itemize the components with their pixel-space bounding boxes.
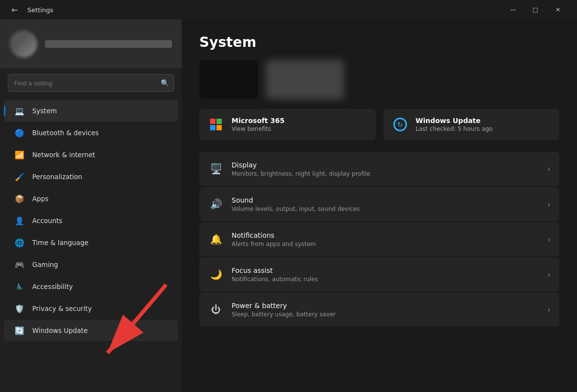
- settings-item-power_battery[interactable]: ⏻Power & batterySleep, battery usage, ba…: [199, 292, 559, 327]
- notifications-icon: 🔔: [208, 231, 224, 247]
- sidebar-search[interactable]: 🔍: [8, 74, 174, 92]
- sidebar-item-gaming[interactable]: 🎮Gaming: [4, 254, 178, 275]
- power_battery-icon: ⏻: [208, 302, 224, 317]
- display-text: DisplayMonitors, brightness, night light…: [232, 161, 540, 177]
- sidebar-item-apps[interactable]: 📦Apps: [4, 188, 178, 209]
- maximize-button[interactable]: □: [524, 2, 547, 18]
- focus_assist-icon: 🌙: [208, 267, 224, 282]
- sidebar-item-label-accounts: Accounts: [32, 217, 63, 225]
- sidebar-item-label-bluetooth: Bluetooth & devices: [32, 129, 99, 137]
- close-button[interactable]: ✕: [547, 2, 569, 18]
- window-controls: — □ ✕: [502, 2, 569, 18]
- windows-update-card[interactable]: ↻ Windows Update Last checked: 5 hours a…: [384, 109, 560, 140]
- time-icon: 🌐: [14, 237, 25, 248]
- main-content: System Microsoft 365 View benef: [182, 20, 577, 392]
- user-card-blurred: [266, 60, 344, 99]
- notifications-subtitle: Alerts from apps and system: [232, 241, 540, 248]
- windows-update-text: Windows Update Last checked: 5 hours ago: [416, 117, 493, 132]
- accounts-icon: 👤: [14, 215, 25, 227]
- microsoft365-text: Microsoft 365 View benefits: [232, 117, 284, 132]
- display-subtitle: Monitors, brightness, night light, displ…: [232, 170, 540, 177]
- sidebar: 🔍 💻System🔵Bluetooth & devices📶Network & …: [0, 20, 182, 392]
- accessibility-icon: ♿: [14, 281, 25, 292]
- minimize-button[interactable]: —: [502, 2, 524, 18]
- bluetooth-icon: 🔵: [14, 127, 25, 139]
- sidebar-item-label-gaming: Gaming: [32, 261, 58, 268]
- info-cards: Microsoft 365 View benefits ↻ Windows Up…: [199, 109, 559, 140]
- app-container: 🔍 💻System🔵Bluetooth & devices📶Network & …: [0, 20, 577, 392]
- settings-item-display[interactable]: 🖥️DisplayMonitors, brightness, night lig…: [199, 152, 559, 186]
- sound-subtitle: Volume levels, output, input, sound devi…: [232, 206, 540, 212]
- search-input[interactable]: [8, 74, 174, 92]
- windows-update-title: Windows Update: [416, 117, 493, 124]
- windows-update-subtitle: Last checked: 5 hours ago: [416, 125, 493, 132]
- notifications-chevron: ›: [548, 235, 551, 244]
- sidebar-item-accounts[interactable]: 👤Accounts: [4, 210, 178, 231]
- power_battery-chevron: ›: [548, 305, 551, 314]
- sidebar-item-label-personalization: Personalization: [32, 173, 82, 181]
- power_battery-title: Power & battery: [232, 302, 540, 309]
- sound-title: Sound: [232, 196, 540, 204]
- display-chevron: ›: [548, 165, 551, 174]
- apps-icon: 📦: [14, 193, 25, 205]
- system-icon: 💻: [14, 105, 25, 117]
- microsoft365-subtitle: View benefits: [232, 125, 284, 132]
- sidebar-item-network[interactable]: 📶Network & internet: [4, 144, 178, 165]
- settings-item-notifications[interactable]: 🔔NotificationsAlerts from apps and syste…: [199, 222, 559, 256]
- sidebar-item-label-update: Windows Update: [32, 327, 87, 334]
- avatar-name: [45, 40, 172, 48]
- back-button[interactable]: ←: [8, 3, 21, 17]
- sidebar-item-privacy[interactable]: 🛡️Privacy & security: [4, 298, 178, 319]
- focus_assist-text: Focus assistNotifications, automatic rul…: [232, 267, 540, 283]
- sidebar-item-update[interactable]: 🔄Windows Update: [4, 320, 178, 341]
- sidebar-item-bluetooth[interactable]: 🔵Bluetooth & devices: [4, 122, 178, 144]
- network-icon: 📶: [14, 149, 25, 161]
- power_battery-subtitle: Sleep, battery usage, battery saver: [232, 311, 540, 318]
- update-icon: 🔄: [14, 325, 25, 336]
- microsoft365-card[interactable]: Microsoft 365 View benefits: [199, 109, 376, 140]
- sidebar-item-label-accessibility: Accessibility: [32, 283, 73, 290]
- sound-text: SoundVolume levels, output, input, sound…: [232, 196, 540, 212]
- titlebar-left: ← Settings: [8, 3, 53, 17]
- sound-chevron: ›: [548, 200, 551, 209]
- notifications-title: Notifications: [232, 231, 540, 239]
- display-icon: 🖥️: [208, 161, 224, 177]
- user-card-area: [199, 60, 559, 99]
- focus_assist-chevron: ›: [548, 270, 551, 279]
- power_battery-text: Power & batterySleep, battery usage, bat…: [232, 302, 540, 318]
- personalization-icon: 🖌️: [14, 171, 25, 183]
- windows-update-icon: ↻: [391, 116, 409, 133]
- sidebar-item-label-system: System: [32, 107, 57, 115]
- sidebar-item-label-time: Time & language: [32, 239, 88, 247]
- sidebar-item-label-privacy: Privacy & security: [32, 305, 92, 312]
- settings-item-sound[interactable]: 🔊SoundVolume levels, output, input, soun…: [199, 187, 559, 221]
- window-title: Settings: [27, 6, 53, 14]
- microsoft365-title: Microsoft 365: [232, 117, 284, 124]
- user-card-image: [199, 60, 258, 99]
- notifications-text: NotificationsAlerts from apps and system: [232, 231, 540, 248]
- sidebar-item-label-apps: Apps: [32, 195, 48, 203]
- sound-icon: 🔊: [208, 196, 224, 212]
- sidebar-item-label-network: Network & internet: [32, 151, 95, 159]
- gaming-icon: 🎮: [14, 259, 25, 270]
- settings-list: 🖥️DisplayMonitors, brightness, night lig…: [199, 152, 559, 327]
- display-title: Display: [232, 161, 540, 169]
- sidebar-item-accessibility[interactable]: ♿Accessibility: [4, 276, 178, 297]
- focus_assist-subtitle: Notifications, automatic rules: [232, 276, 540, 283]
- sidebar-nav: 💻System🔵Bluetooth & devices📶Network & in…: [0, 98, 182, 392]
- titlebar: ← Settings — □ ✕: [0, 0, 577, 20]
- sidebar-item-system[interactable]: 💻System: [4, 100, 178, 122]
- search-icon: 🔍: [161, 79, 169, 87]
- microsoft365-icon: [207, 116, 225, 133]
- settings-item-focus_assist[interactable]: 🌙Focus assistNotifications, automatic ru…: [199, 257, 559, 291]
- focus_assist-title: Focus assist: [232, 267, 540, 274]
- page-title: System: [199, 34, 559, 50]
- sidebar-item-time[interactable]: 🌐Time & language: [4, 232, 178, 253]
- sidebar-avatar: [0, 20, 182, 68]
- avatar: [10, 30, 37, 58]
- sidebar-item-personalization[interactable]: 🖌️Personalization: [4, 166, 178, 187]
- privacy-icon: 🛡️: [14, 303, 25, 314]
